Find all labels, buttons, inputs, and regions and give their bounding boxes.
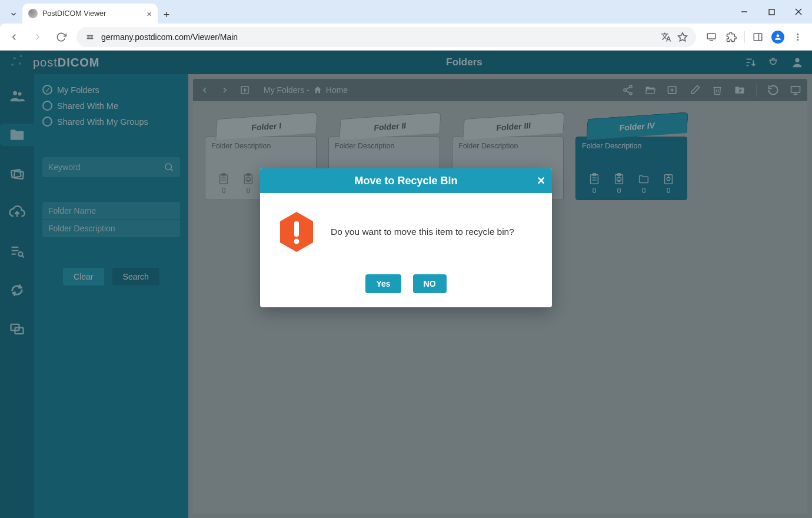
site-info-icon[interactable] [85,32,95,42]
warning-icon [278,211,315,253]
browser-tab[interactable]: PostDICOM Viewer × [22,4,158,24]
window-controls [731,0,812,24]
modal-no-button[interactable]: NO [413,274,447,293]
browser-chrome: PostDICOM Viewer × + germany.postdicom.c… [0,0,812,51]
svg-point-4 [88,36,89,38]
close-window-button[interactable] [785,0,812,24]
tab-list-dropdown[interactable] [5,5,22,24]
desktop-icon[interactable] [703,29,720,45]
chrome-menu-icon[interactable] [790,29,806,45]
modal-close-icon[interactable]: × [537,173,545,188]
url-field[interactable]: germany.postdicom.com/Viewer/Main [76,27,696,47]
svg-rect-92 [294,221,299,237]
tab-title: PostDICOM Viewer [42,9,142,18]
confirm-modal: Move to Recycle Bin × Do you want to mov… [260,168,552,307]
minimize-button[interactable] [731,0,758,24]
new-tab-button[interactable]: + [158,6,175,24]
maximize-button[interactable] [758,0,785,24]
modal-overlay: Move to Recycle Bin × Do you want to mov… [0,51,812,518]
extensions-icon[interactable] [723,29,740,45]
tab-bar: PostDICOM Viewer × + [0,0,812,24]
reload-button[interactable] [53,29,69,45]
favicon [28,9,38,18]
svg-marker-8 [678,32,687,41]
translate-icon[interactable] [661,32,671,42]
profile-button[interactable] [770,29,786,45]
app-body: My Folders Shared With Me Shared With My… [0,74,812,518]
sidepanel-icon[interactable] [750,29,766,45]
modal-body: Do you want to move this item to recycle… [260,193,552,265]
svg-point-5 [91,36,92,38]
modal-message: Do you want to move this item to recycle… [331,227,514,237]
svg-point-13 [797,34,799,35]
address-bar: germany.postdicom.com/Viewer/Main [0,24,812,50]
modal-footer: Yes NO [260,265,552,307]
modal-title: Move to Recycle Bin [354,175,457,187]
svg-rect-1 [769,9,774,15]
modal-yes-button[interactable]: Yes [365,274,401,293]
chrome-right-icons [703,29,806,45]
svg-rect-11 [754,34,762,41]
svg-point-93 [294,239,299,244]
back-button[interactable] [6,29,22,45]
svg-point-15 [797,39,799,41]
svg-rect-9 [707,34,716,39]
modal-header: Move to Recycle Bin × [260,168,552,193]
bookmark-icon[interactable] [677,32,688,42]
url-text: germany.postdicom.com/Viewer/Main [101,32,655,42]
tab-close-icon[interactable]: × [147,9,152,19]
svg-point-14 [797,36,799,38]
forward-button[interactable] [29,29,46,45]
app: postDICOM Folders My Folders Shared With… [0,51,812,518]
